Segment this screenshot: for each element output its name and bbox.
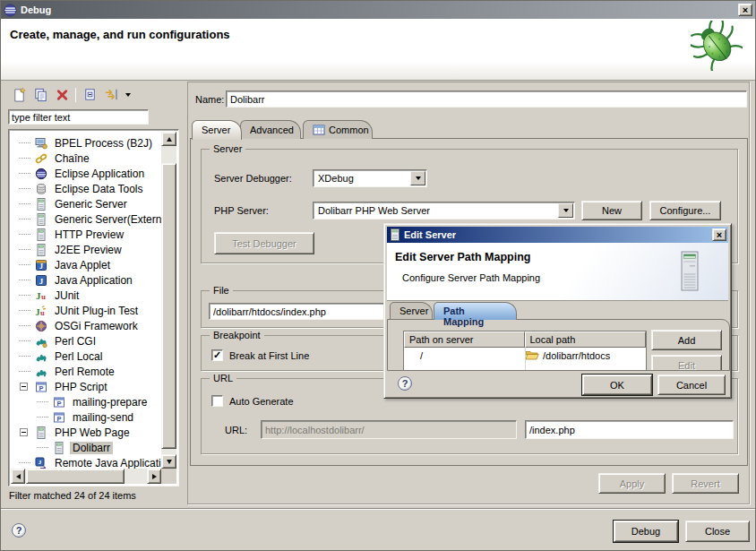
arrow-up-icon [167,137,172,142]
scroll-right-button[interactable] [147,469,161,484]
tree-item-perl-remote[interactable]: Perl Remote [11,364,161,379]
dialog-tab-server[interactable]: Server [390,302,433,319]
break-first-line-checkbox[interactable]: ✓ [211,349,223,361]
tree-item-dolibarr[interactable]: Dolibarr [11,440,161,455]
tree-item-perl-local[interactable]: Perl Local [11,349,161,364]
tree-item-remote-java-application[interactable]: JRemote Java Application [11,455,161,469]
dialog-close-button[interactable]: × [712,228,726,241]
tree-item-mailing-prepare[interactable]: Pmailing-prepare [11,394,161,409]
collapse-expander-icon[interactable] [20,428,28,436]
configure-server-button[interactable]: Configure... [649,201,721,220]
scroll-left-button[interactable] [11,469,25,484]
ok-button[interactable]: OK [582,375,652,395]
tree-guide [19,173,30,174]
tree-item-j2ee-preview[interactable]: J2EE Preview [11,242,161,257]
tree-item-osgi-framework[interactable]: OSGi Framework [11,318,161,333]
dialog-title-bar[interactable]: Edit Server × [387,227,728,243]
path-mapping-table[interactable]: Path on server Local path //dolibarr/htd… [403,331,647,371]
column-path-on-server[interactable]: Path on server [404,331,525,348]
tree-item-http-preview[interactable]: HTTP Preview [11,227,161,242]
checkmark-icon: ✓ [213,349,221,360]
server-debugger-combo[interactable]: XDebug [313,169,427,187]
filter-input[interactable] [8,109,149,125]
database-icon [34,183,47,195]
server-icon [34,213,47,226]
tree-item-java-application[interactable]: JJava Application [11,272,161,288]
dialog-tab-path-mapping[interactable]: Path Mapping [434,302,517,320]
tree-item-cha-ne[interactable]: Chaîne [11,151,161,166]
php-server-combo[interactable]: Dolibarr PHP Web Server [313,202,575,220]
footer-separator [1,508,755,510]
tree-item-bpel-process-b2j[interactable]: BPEL Process (B2J) [11,135,161,151]
vertical-scroll-thumb[interactable] [161,163,176,449]
column-local-path[interactable]: Local path [525,331,647,348]
scroll-up-button[interactable] [161,132,176,146]
svg-text:J: J [35,307,39,317]
filter-launch-button[interactable] [100,86,122,104]
tree-item-label: Generic Server(External La [52,213,161,226]
revert-button[interactable]: Revert [672,473,739,494]
new-config-button[interactable] [8,86,30,104]
add-mapping-button[interactable]: Add [651,330,722,350]
delete-config-button[interactable] [51,86,73,104]
tree-item-generic-server-external-la[interactable]: Generic Server(External La [11,211,161,227]
toolbar-menu-button[interactable] [122,86,134,104]
dropdown-arrow-icon [563,209,569,212]
url-label: URL: [225,425,247,435]
url-path-input[interactable] [525,420,734,439]
combo-dropdown-button[interactable] [558,203,573,218]
svg-text:J: J [39,276,43,285]
duplicate-config-icon [33,87,48,104]
tree-item-junit[interactable]: JuJUnit [11,288,161,303]
collapse-all-button[interactable] [79,86,100,104]
apply-button[interactable]: Apply [598,473,666,494]
tree-item-perl-cgi[interactable]: Perl CGI [11,333,161,349]
osgi-icon [34,320,47,332]
duplicate-config-button[interactable] [30,86,51,104]
debug-button[interactable]: Debug [614,521,678,542]
close-button[interactable]: Close [685,521,750,542]
arrow-down-icon [167,460,172,464]
tree-item-eclipse-application[interactable]: Eclipse Application [11,166,161,181]
debug-window: Debug × Create, manage, and run configur… [0,0,756,551]
server-group-legend: Server [210,143,245,154]
dialog-button-bar: ? OK Cancel [387,371,728,397]
tree-horizontal-scrollbar[interactable] [11,469,161,484]
tree-vertical-scrollbar[interactable] [161,132,176,469]
tree-item-generic-server[interactable]: Generic Server [11,196,161,211]
scroll-down-button[interactable] [161,454,176,469]
close-window-button[interactable]: × [738,4,752,16]
tree-item-java-applet[interactable]: JJava Applet [11,257,161,272]
auto-generate-checkbox[interactable] [211,395,223,407]
tab-server[interactable]: Server [192,120,242,140]
server-icon [52,442,65,454]
tree-item-label: Perl CGI [52,335,99,348]
tab-advanced[interactable]: Advanced [240,120,301,139]
test-debugger-button[interactable]: Test Debugger [214,232,314,254]
tree-item-junit-plug-in-test[interactable]: JuJUnit Plug-in Test [11,303,161,318]
header-banner: Create, manage, and run configurations [1,19,755,81]
dialog-help-icon[interactable]: ? [398,376,412,391]
filter-status: Filter matched 24 of 24 items [9,490,136,501]
scrollbar-corner [161,469,176,484]
tree-item-eclipse-data-tools[interactable]: Eclipse Data Tools [11,181,161,196]
combo-dropdown-button[interactable] [410,171,425,185]
tab-common[interactable]: Common [303,120,373,139]
new-server-button[interactable]: New [581,201,642,220]
collapse-expander-icon[interactable] [20,383,28,391]
tree-item-php-web-page[interactable]: PHP Web Page [11,425,161,440]
tree-item-label: Dolibarr [70,442,113,454]
cancel-button[interactable]: Cancel [657,375,726,395]
config-tree: BPEL Process (B2J)ChaîneEclipse Applicat… [8,129,179,486]
help-icon[interactable]: ? [12,523,26,538]
tree-guide [19,188,30,189]
edit-mapping-button[interactable]: Edit [651,355,722,371]
title-bar[interactable]: Debug × [1,1,755,19]
horizontal-scroll-thumb[interactable] [26,469,125,484]
svg-text:u: u [41,292,46,301]
tree-guide [19,295,30,296]
column-divider [525,348,526,371]
name-input[interactable] [226,90,747,108]
tree-item-mailing-send[interactable]: Pmailing-send [11,409,161,425]
tree-item-php-script[interactable]: PPHP Script [11,379,161,394]
